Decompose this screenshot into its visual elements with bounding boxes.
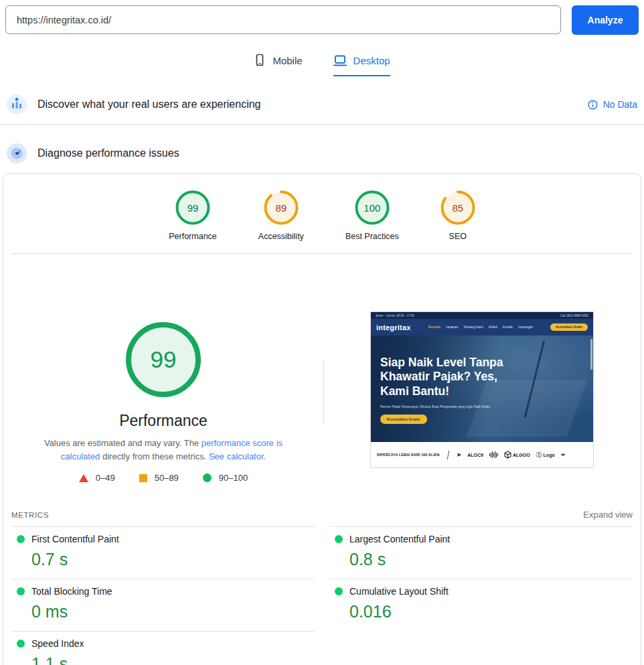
paper-plane-logo: ➤ bbox=[457, 451, 462, 458]
site-phone: Call 0813-9889-9350 bbox=[560, 314, 588, 317]
performance-score-value: 99 bbox=[125, 321, 202, 398]
site-logo: integritax bbox=[376, 323, 411, 331]
waveform-logo bbox=[489, 451, 498, 458]
url-input[interactable] bbox=[5, 5, 561, 34]
metrics-heading: METRICS bbox=[11, 511, 49, 519]
metric-value: 0.7 s bbox=[31, 550, 315, 569]
category-score-accessibility[interactable]: 89 Accessibility bbox=[258, 190, 304, 241]
metric-row: First Contentful Paint 0.7 s bbox=[11, 526, 315, 579]
category-score-value: 99 bbox=[175, 190, 210, 225]
metric-row: Cumulative Layout Shift 0.016 bbox=[329, 579, 633, 631]
legend-item: 90–100 bbox=[203, 473, 248, 483]
no-data-link[interactable]: No Data bbox=[588, 99, 637, 110]
legend-shape-icon bbox=[139, 474, 147, 482]
category-score-label: Performance bbox=[169, 232, 217, 241]
metric-value: 0.8 s bbox=[349, 550, 633, 569]
metric-value: 0 ms bbox=[31, 602, 315, 621]
field-data-section: Discover what your real users are experi… bbox=[0, 94, 644, 115]
site-nav-link: Tentang Kami bbox=[463, 325, 483, 329]
metric-row: Largest Contentful Paint 0.8 s bbox=[329, 526, 633, 579]
legend-range-label: 50–89 bbox=[155, 473, 179, 483]
site-nav-link: Layanan bbox=[446, 325, 458, 329]
site-clients-separator bbox=[447, 451, 449, 459]
metric-label: Total Blocking Time bbox=[31, 586, 112, 597]
analyze-button[interactable]: Analyze bbox=[572, 5, 639, 35]
site-nav-link: Beranda bbox=[428, 325, 440, 329]
lighthouse-report-card: 99 Performance 89 Accessibility 100 Best… bbox=[3, 173, 641, 665]
desktop-monitor-icon bbox=[333, 54, 347, 67]
site-hero-cta-button: Konsultasi Gratis bbox=[380, 415, 427, 424]
disclaimer-text: Values are estimated and may vary. The bbox=[44, 438, 202, 448]
metric-row: Speed Index 1.1 s bbox=[11, 631, 315, 665]
legend-shape-icon bbox=[203, 473, 212, 482]
metric-pass-dot-icon bbox=[335, 587, 343, 595]
category-score-gauge: 100 bbox=[355, 190, 390, 225]
panel-divider bbox=[323, 360, 324, 424]
metrics-col-right: Largest Contentful Paint 0.8 s Cumulativ… bbox=[329, 526, 633, 665]
legend-range-label: 0–49 bbox=[96, 473, 115, 483]
site-hero-subheading: Partner Pajak Terpercaya, Khusus Buat Pe… bbox=[380, 404, 517, 409]
legend-range-label: 90–100 bbox=[219, 473, 248, 483]
site-scrollbar bbox=[590, 339, 592, 370]
metric-pass-dot-icon bbox=[335, 535, 343, 543]
metric-label: First Contentful Paint bbox=[31, 534, 119, 544]
see-calculator-link[interactable]: See calculator. bbox=[209, 451, 266, 461]
category-score-gauge: 99 bbox=[175, 190, 210, 225]
performance-gauge-label: Performance bbox=[119, 412, 208, 430]
metric-pass-dot-icon bbox=[17, 640, 25, 648]
metric-label: Largest Contentful Paint bbox=[349, 534, 450, 544]
site-navbar: integritax BerandaLayananTentang KamiArt… bbox=[371, 319, 593, 336]
metrics-header: METRICS Expand view bbox=[3, 510, 641, 520]
category-score-label: Accessibility bbox=[258, 232, 304, 241]
legend-item: 0–49 bbox=[79, 473, 115, 483]
site-hero: Siap Naik Level Tanpa Khawatir Pajak? Ye… bbox=[371, 336, 593, 442]
tab-desktop[interactable]: Desktop bbox=[333, 54, 390, 76]
category-score-label: Best Practices bbox=[345, 232, 399, 241]
score-legend: 0–49 50–89 90–100 bbox=[79, 473, 248, 483]
tab-desktop-label: Desktop bbox=[353, 55, 390, 66]
category-score-performance[interactable]: 99 Performance bbox=[169, 190, 217, 241]
legend-item: 50–89 bbox=[139, 473, 179, 483]
real-users-icon bbox=[7, 94, 27, 115]
diagnose-title: Diagnose performance issues bbox=[37, 147, 179, 159]
field-data-title: Discover what your real users are experi… bbox=[37, 98, 260, 110]
algoo-logo: ALGOO bbox=[504, 451, 530, 459]
score-disclaimer: Values are estimated and may vary. The p… bbox=[23, 437, 303, 463]
site-hero-heading: Siap Naik Level Tanpa Khawatir Pajak? Ye… bbox=[380, 356, 529, 398]
metric-label: Cumulative Layout Shift bbox=[349, 586, 449, 597]
aloc-logo: ALOC9 bbox=[467, 453, 483, 457]
site-hours: Senin - Jum'at, 08:00 - 17:00 bbox=[376, 314, 414, 317]
url-bar: Analyze bbox=[0, 0, 644, 35]
site-topbar: Senin - Jum'at, 08:00 - 17:00 Call 0813-… bbox=[371, 312, 593, 319]
signature-logo: ✒ bbox=[561, 451, 566, 458]
no-data-label: No Data bbox=[603, 99, 637, 110]
gauge-column: 99 Performance Values are estimated and … bbox=[3, 254, 323, 503]
diagnose-gauge-icon bbox=[7, 143, 27, 163]
performance-gauge: 99 bbox=[125, 321, 202, 398]
mobile-phone-icon bbox=[254, 54, 266, 67]
site-nav-link: Artikel bbox=[489, 325, 497, 329]
category-score-gauge: 89 bbox=[264, 190, 299, 225]
expand-view-link[interactable]: Expand view bbox=[583, 510, 633, 520]
tab-mobile[interactable]: Mobile bbox=[254, 54, 302, 76]
info-icon bbox=[588, 100, 598, 110]
section-divider bbox=[0, 124, 644, 125]
tab-mobile-label: Mobile bbox=[272, 55, 302, 66]
device-tabs: Mobile Desktop bbox=[0, 54, 644, 76]
legend-shape-icon bbox=[79, 474, 88, 482]
category-score-seo[interactable]: 85 SEO bbox=[440, 190, 475, 241]
disclaimer-text-2: directly from these metrics. bbox=[100, 451, 209, 461]
site-clients-text: DIPERCAYA LEBIH DARI 100 KLIEN bbox=[377, 453, 440, 457]
site-clients-strip: DIPERCAYA LEBIH DARI 100 KLIEN ➤ALOC9ALG… bbox=[371, 442, 593, 467]
site-nav-links: BerandaLayananTentang KamiArtikelKontakL… bbox=[416, 325, 546, 329]
page-screenshot-thumbnail[interactable]: Senin - Jum'at, 08:00 - 17:00 Call 0813-… bbox=[370, 311, 594, 468]
metrics-grid: First Contentful Paint 0.7 s Total Block… bbox=[3, 526, 641, 665]
category-scores: 99 Performance 89 Accessibility 100 Best… bbox=[3, 190, 641, 241]
site-nav-cta-button: Konsultasi Gratis bbox=[550, 323, 588, 331]
category-score-value: 100 bbox=[355, 190, 390, 225]
category-score-gauge: 85 bbox=[440, 190, 475, 225]
metric-value: 0.016 bbox=[349, 602, 633, 621]
diagnose-section: Diagnose performance issues bbox=[0, 143, 644, 164]
metric-row: Total Blocking Time 0 ms bbox=[11, 579, 315, 631]
category-score-best-practices[interactable]: 100 Best Practices bbox=[345, 190, 399, 241]
